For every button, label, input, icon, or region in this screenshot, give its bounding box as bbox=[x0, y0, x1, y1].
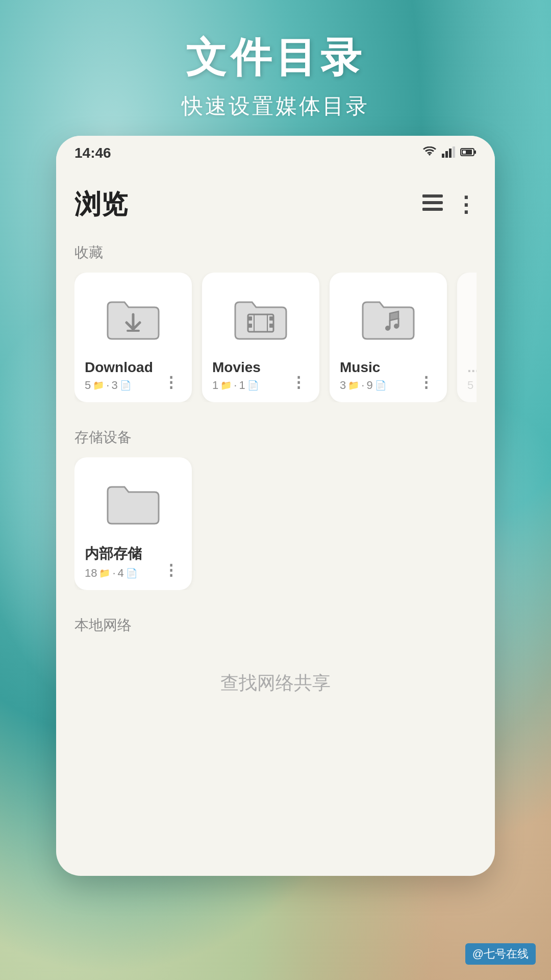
music-folder-count: 3 bbox=[340, 379, 346, 392]
status-bar: 14:46 bbox=[56, 136, 495, 166]
internal-storage-more-button[interactable]: ⋮ bbox=[160, 560, 182, 580]
download-folder-card[interactable]: Download 5 📁 · 3 📄 ⋮ bbox=[74, 273, 192, 402]
download-file-count: 3 bbox=[111, 379, 117, 392]
svg-rect-7 bbox=[463, 151, 466, 154]
top-title-area: 文件目录 快速设置媒体目录 bbox=[0, 0, 551, 136]
music-folder-icon-meta: 📁 bbox=[348, 380, 359, 391]
watermark: @七号在线 bbox=[465, 943, 536, 965]
movies-folder-icon-meta: 📁 bbox=[220, 380, 232, 391]
partial-folder-card: ... 5 📁 bbox=[457, 273, 477, 402]
internal-storage-icon-area bbox=[85, 470, 182, 536]
music-folder-card[interactable]: Music 3 📁 · 9 📄 ⋮ bbox=[330, 273, 447, 402]
movies-more-button[interactable]: ⋮ bbox=[288, 373, 309, 392]
movies-folder-name: Movies bbox=[212, 359, 288, 376]
music-folder-icon-area bbox=[340, 285, 437, 351]
music-folder-info: Music 3 📁 · 9 📄 bbox=[340, 359, 415, 392]
music-meta-dot: · bbox=[361, 379, 364, 392]
storage-section-label: 存储设备 bbox=[74, 428, 477, 447]
folder-meta-icon: 📁 bbox=[93, 380, 104, 391]
download-meta-dot: · bbox=[106, 379, 109, 392]
movies-file-count: 1 bbox=[239, 379, 245, 392]
status-time: 14:46 bbox=[74, 145, 111, 161]
favorites-grid: Download 5 📁 · 3 📄 ⋮ bbox=[74, 273, 477, 402]
movies-card-footer: Movies 1 📁 · 1 📄 ⋮ bbox=[212, 359, 309, 392]
internal-storage-footer: 内部存储 18 📁 · 4 📄 ⋮ bbox=[85, 544, 182, 580]
storage-section: 存储设备 内部存储 18 📁 bbox=[74, 428, 477, 590]
download-more-button[interactable]: ⋮ bbox=[160, 373, 182, 392]
svg-rect-19 bbox=[269, 324, 273, 328]
internal-file-icon: 📄 bbox=[126, 568, 137, 579]
music-folder-name: Music bbox=[340, 359, 415, 376]
svg-rect-2 bbox=[449, 149, 452, 158]
storage-grid: 内部存储 18 📁 · 4 📄 ⋮ bbox=[74, 457, 477, 590]
svg-point-25 bbox=[394, 324, 399, 329]
music-folder-meta: 3 📁 · 9 📄 bbox=[340, 379, 415, 392]
music-card-footer: Music 3 📁 · 9 📄 ⋮ bbox=[340, 359, 437, 392]
movies-folder-icon bbox=[233, 295, 289, 341]
download-folder-meta: 5 📁 · 3 📄 bbox=[85, 379, 160, 392]
file-meta-icon: 📄 bbox=[120, 380, 131, 391]
svg-rect-18 bbox=[269, 316, 273, 321]
download-card-footer: Download 5 📁 · 3 📄 ⋮ bbox=[85, 359, 182, 392]
download-folder-info: Download 5 📁 · 3 📄 bbox=[85, 359, 160, 392]
svg-rect-16 bbox=[248, 316, 252, 321]
internal-storage-card[interactable]: 内部存储 18 📁 · 4 📄 ⋮ bbox=[74, 457, 192, 590]
internal-file-count: 4 bbox=[118, 567, 124, 580]
sub-title: 快速设置媒体目录 bbox=[0, 92, 551, 120]
internal-folder-icon: 📁 bbox=[99, 568, 110, 579]
movies-folder-meta: 1 📁 · 1 📄 bbox=[212, 379, 288, 392]
header-actions: ⋮ bbox=[422, 194, 477, 215]
download-folder-name: Download bbox=[85, 359, 160, 376]
music-file-count: 9 bbox=[366, 379, 372, 392]
header-row: 浏览 ⋮ bbox=[74, 187, 477, 223]
svg-rect-6 bbox=[474, 151, 476, 154]
signal-icon bbox=[442, 146, 455, 160]
status-icons bbox=[422, 145, 477, 161]
music-folder-icon bbox=[360, 295, 416, 341]
svg-rect-13 bbox=[422, 208, 428, 211]
svg-rect-14 bbox=[127, 330, 140, 332]
internal-folder-count: 18 bbox=[85, 567, 97, 580]
download-folder-count: 5 bbox=[85, 379, 91, 392]
movies-folder-count: 1 bbox=[212, 379, 218, 392]
network-section-label: 本地网络 bbox=[74, 616, 477, 635]
movies-file-icon-meta: 📄 bbox=[247, 380, 259, 391]
app-content: 浏览 ⋮ 收藏 bbox=[56, 166, 495, 742]
music-file-icon-meta: 📄 bbox=[375, 380, 386, 391]
svg-rect-0 bbox=[442, 154, 444, 158]
page-title: 浏览 bbox=[74, 187, 128, 223]
list-view-button[interactable] bbox=[422, 194, 443, 215]
main-title: 文件目录 bbox=[0, 31, 551, 86]
internal-storage-info: 内部存储 18 📁 · 4 📄 bbox=[85, 544, 160, 580]
internal-storage-folder-icon bbox=[105, 480, 161, 526]
download-folder-icon-area bbox=[85, 285, 182, 351]
download-folder-icon bbox=[105, 295, 161, 341]
svg-rect-1 bbox=[445, 151, 448, 158]
battery-icon bbox=[460, 148, 477, 159]
network-section: 本地网络 查找网络共享 bbox=[74, 616, 477, 711]
internal-meta-dot: · bbox=[112, 567, 115, 580]
more-options-button[interactable]: ⋮ bbox=[455, 194, 477, 215]
wifi-icon bbox=[422, 145, 437, 161]
movies-folder-icon-area bbox=[212, 285, 309, 351]
internal-storage-name: 内部存储 bbox=[85, 544, 160, 564]
network-placeholder-text: 查找网络共享 bbox=[74, 671, 477, 696]
phone-mockup: 14:46 bbox=[56, 136, 495, 876]
movies-folder-card[interactable]: Movies 1 📁 · 1 📄 ⋮ bbox=[202, 273, 319, 402]
network-placeholder-area: 查找网络共享 bbox=[74, 645, 477, 711]
svg-rect-12 bbox=[422, 201, 428, 204]
movies-meta-dot: · bbox=[234, 379, 237, 392]
favorites-section-label: 收藏 bbox=[74, 243, 477, 262]
svg-rect-11 bbox=[422, 194, 428, 198]
internal-storage-meta: 18 📁 · 4 📄 bbox=[85, 567, 160, 580]
svg-rect-3 bbox=[453, 146, 455, 158]
svg-rect-17 bbox=[248, 324, 252, 328]
movies-folder-info: Movies 1 📁 · 1 📄 bbox=[212, 359, 288, 392]
svg-point-24 bbox=[385, 326, 390, 331]
music-more-button[interactable]: ⋮ bbox=[415, 373, 437, 392]
